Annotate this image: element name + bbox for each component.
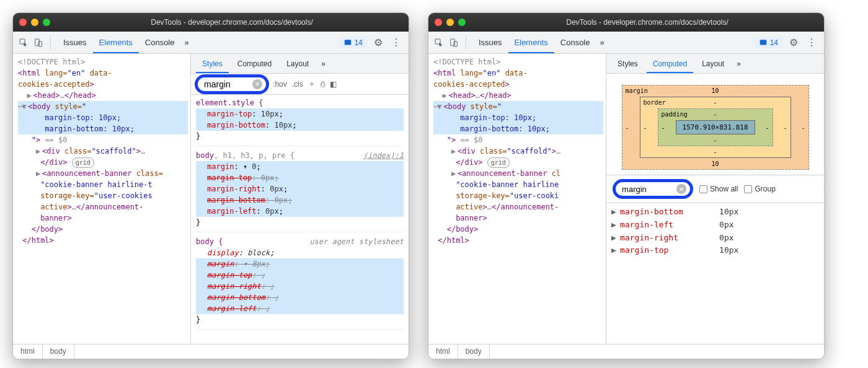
computed-filter-input[interactable]	[621, 184, 676, 195]
tab-issues[interactable]: Issues	[472, 32, 508, 53]
panel-tabs: Issues Elements Console »	[472, 32, 608, 53]
doctype: <!DOCTYPE html>	[433, 56, 603, 68]
grid-badge[interactable]: grid	[487, 157, 510, 168]
crumb-html[interactable]: html	[13, 344, 43, 359]
computed-row: ▶margin-top10px	[611, 244, 819, 257]
subtab-styles[interactable]: Styles	[611, 54, 644, 73]
print-icon[interactable]: ⎙	[321, 80, 325, 89]
crumb-body[interactable]: body	[43, 344, 74, 359]
crumb-body[interactable]: body	[458, 344, 490, 359]
selected-body-node[interactable]: ⋯▼<body style="	[18, 101, 188, 112]
subtab-computed[interactable]: Computed	[231, 54, 278, 73]
minimize-window-button[interactable]	[31, 19, 38, 26]
computed-row: ▶margin-bottom10px	[611, 206, 819, 219]
filter-input-highlight: ✕	[195, 74, 269, 94]
toggle-sidebar-icon[interactable]: ◧	[330, 80, 337, 89]
computed-filter-highlight: ✕	[613, 179, 693, 199]
more-tabs-icon[interactable]: »	[180, 38, 192, 47]
tab-elements[interactable]: Elements	[93, 32, 139, 53]
dom-tree[interactable]: <!DOCTYPE html> <html lang="en" data- co…	[428, 54, 606, 344]
svg-rect-7	[760, 40, 766, 45]
device-toggle-icon[interactable]	[33, 37, 44, 48]
devtools-window-computed: DevTools - developer.chrome.com/docs/dev…	[428, 12, 825, 359]
issues-badge[interactable]: 14	[754, 37, 783, 48]
issues-badge[interactable]: 14	[339, 37, 368, 48]
devtools-window-styles: DevTools - developer.chrome.com/docs/dev…	[12, 12, 409, 359]
window-title: DevTools - developer.chrome.com/docs/dev…	[61, 18, 402, 27]
crumb-html[interactable]: html	[428, 344, 458, 359]
group-checkbox[interactable]: Group	[744, 185, 775, 193]
settings-icon[interactable]: ⚙	[371, 37, 385, 48]
more-subtabs-icon[interactable]: »	[317, 59, 329, 68]
computed-row: ▶margin-right0px	[611, 232, 819, 245]
window-title: DevTools - developer.chrome.com/docs/dev…	[477, 18, 818, 27]
panel-tabs: Issues Elements Console »	[57, 32, 193, 53]
computed-properties-list[interactable]: ▶margin-bottom10px ▶margin-left0px ▶marg…	[606, 203, 824, 344]
box-model-content-size: 1570.910×831.818	[676, 120, 755, 134]
close-window-button[interactable]	[19, 19, 27, 26]
main-toolbar: Issues Elements Console » 14 ⚙ ⋮	[13, 32, 409, 54]
issues-count: 14	[770, 38, 778, 47]
cls-toggle[interactable]: .cls	[292, 80, 303, 89]
tab-console[interactable]: Console	[139, 32, 181, 53]
breadcrumb: html body	[13, 344, 409, 359]
window-titlebar: DevTools - developer.chrome.com/docs/dev…	[428, 13, 824, 32]
new-rule-icon[interactable]: ＋	[308, 79, 316, 89]
zoom-window-button[interactable]	[43, 19, 50, 26]
more-tabs-icon[interactable]: »	[596, 38, 608, 47]
window-titlebar: DevTools - developer.chrome.com/docs/dev…	[13, 13, 409, 32]
zoom-window-button[interactable]	[458, 19, 466, 26]
css-rules-list[interactable]: element.style { margin-top: 10px; margin…	[191, 95, 409, 344]
dom-tree[interactable]: <!DOCTYPE html> <html lang="en" data- co…	[13, 54, 191, 344]
inspect-element-icon[interactable]	[18, 37, 29, 48]
close-window-button[interactable]	[435, 19, 442, 26]
more-menu-icon[interactable]: ⋮	[804, 37, 819, 48]
computed-subtabs: Styles Computed Layout »	[606, 54, 824, 74]
doctype: <!DOCTYPE html>	[18, 56, 188, 68]
settings-icon[interactable]: ⚙	[787, 37, 800, 48]
computed-filter-row: ✕ Show all Group	[606, 175, 824, 203]
clear-filter-icon[interactable]: ✕	[252, 79, 262, 89]
styles-pane: Styles Computed Layout » ✕ :hov .cls ＋ ⎙…	[191, 54, 409, 344]
grid-badge[interactable]: grid	[72, 157, 94, 168]
breadcrumb: html body	[428, 344, 824, 359]
device-toggle-icon[interactable]	[448, 37, 459, 48]
clear-filter-icon[interactable]: ✕	[676, 184, 686, 194]
selected-body-node[interactable]: ⋯▼<body style="	[433, 101, 603, 112]
main-toolbar: Issues Elements Console » 14 ⚙ ⋮	[428, 32, 824, 54]
minimize-window-button[interactable]	[446, 19, 454, 26]
tab-console[interactable]: Console	[554, 32, 596, 53]
computed-row: ▶margin-left0px	[611, 219, 819, 232]
issues-count: 14	[355, 38, 363, 47]
subtab-styles[interactable]: Styles	[196, 54, 229, 73]
computed-pane: Styles Computed Layout » margin 10 10 --…	[606, 54, 824, 344]
more-menu-icon[interactable]: ⋮	[389, 37, 404, 48]
svg-rect-3	[344, 40, 351, 45]
hov-toggle[interactable]: :hov	[273, 80, 287, 89]
subtab-layout[interactable]: Layout	[696, 54, 730, 73]
more-subtabs-icon[interactable]: »	[733, 59, 745, 68]
styles-filter-bar: ✕ :hov .cls ＋ ⎙ ◧	[191, 74, 409, 95]
tab-elements[interactable]: Elements	[508, 32, 554, 53]
source-link[interactable]: (index):1	[363, 150, 404, 161]
show-all-checkbox[interactable]: Show all	[699, 185, 738, 193]
box-model[interactable]: margin 10 10 -- border -- -- padding -- …	[606, 74, 824, 175]
tab-issues[interactable]: Issues	[57, 32, 93, 53]
subtab-computed[interactable]: Computed	[647, 54, 693, 73]
styles-subtabs: Styles Computed Layout »	[191, 54, 409, 74]
styles-filter-input[interactable]	[203, 79, 252, 90]
subtab-layout[interactable]: Layout	[280, 54, 315, 73]
inspect-element-icon[interactable]	[433, 37, 445, 48]
